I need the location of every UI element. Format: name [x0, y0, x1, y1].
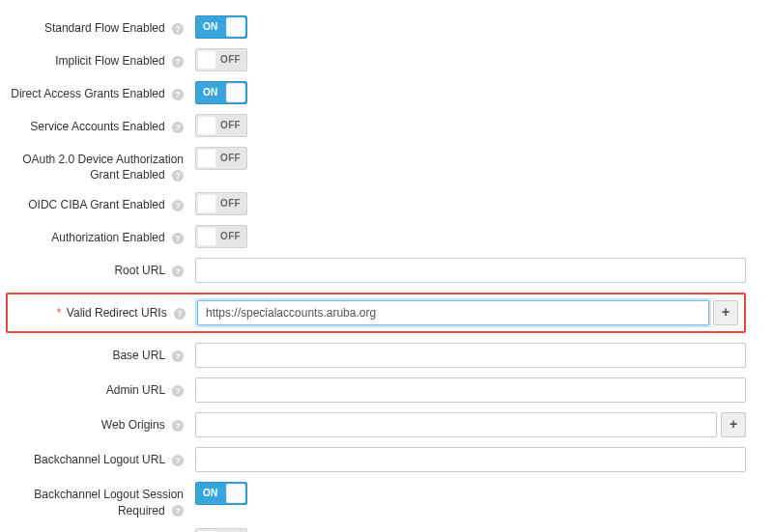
toggle-knob [226, 17, 245, 37]
input-valid-redirect[interactable] [197, 300, 709, 325]
toggle-label: OFF [220, 115, 241, 136]
highlight-valid-redirect: * Valid Redirect URIs ? + [6, 293, 746, 333]
help-icon[interactable]: ? [172, 385, 184, 397]
help-icon[interactable]: ? [172, 420, 184, 432]
toggle-oauth-device[interactable]: OFF [195, 147, 247, 170]
label-text: Admin URL [106, 383, 165, 397]
row-web-origins: Web Origins ? + [10, 412, 746, 437]
row-backchannel-revoke: Backchannel Logout Revoke Offline Sessio… [10, 528, 746, 532]
add-redirect-button[interactable]: + [713, 300, 738, 325]
row-oidc-ciba: OIDC CIBA Grant Enabled ? OFF [10, 192, 746, 215]
input-root-url[interactable] [195, 258, 746, 283]
label-backchannel-url: Backchannel Logout URL ? [10, 447, 195, 467]
toggle-backchannel-session[interactable]: ON [195, 482, 247, 505]
toggle-label: OFF [220, 226, 241, 247]
help-icon[interactable]: ? [172, 56, 184, 68]
control: + [197, 300, 738, 325]
control: ON [195, 482, 746, 505]
help-icon[interactable]: ? [174, 308, 186, 320]
toggle-knob [197, 116, 216, 135]
row-service-accounts: Service Accounts Enabled ? OFF [10, 114, 746, 137]
control: OFF [195, 147, 746, 170]
label-backchannel-revoke: Backchannel Logout Revoke Offline Sessio… [10, 528, 195, 532]
row-root-url: Root URL ? [10, 258, 746, 283]
label-text: Backchannel Logout Session Required [34, 488, 184, 517]
toggle-authorization[interactable]: OFF [195, 225, 247, 248]
toggle-direct-access[interactable]: ON [195, 81, 247, 104]
toggle-knob [197, 50, 216, 70]
toggle-label: OFF [220, 193, 241, 214]
help-icon[interactable]: ? [172, 455, 184, 466]
control: ON [195, 81, 746, 104]
toggle-knob [197, 227, 216, 246]
control: + [195, 412, 746, 437]
help-icon[interactable]: ? [172, 505, 184, 517]
input-web-origins[interactable] [195, 412, 717, 437]
help-icon[interactable]: ? [172, 200, 184, 211]
label-text: OIDC CIBA Grant Enabled [28, 198, 164, 211]
toggle-knob [226, 83, 245, 102]
label-oauth-device: OAuth 2.0 Device Authorization Grant Ena… [10, 147, 195, 182]
toggle-oidc-ciba[interactable]: OFF [195, 192, 247, 215]
help-icon[interactable]: ? [172, 266, 184, 277]
toggle-label: OFF [220, 49, 241, 70]
row-implicit-flow: Implicit Flow Enabled ? OFF [10, 48, 746, 71]
row-admin-url: Admin URL ? [10, 378, 746, 403]
toggle-service-accounts[interactable]: OFF [195, 114, 247, 137]
toggle-knob [197, 194, 216, 213]
toggle-implicit-flow[interactable]: OFF [195, 48, 247, 71]
input-backchannel-url[interactable] [195, 447, 746, 472]
help-icon[interactable]: ? [172, 122, 184, 133]
label-implicit-flow: Implicit Flow Enabled ? [10, 48, 195, 69]
row-standard-flow: Standard Flow Enabled ? ON [10, 15, 746, 39]
label-valid-redirect: * Valid Redirect URIs ? [8, 300, 197, 321]
client-settings-form: Standard Flow Enabled ? ON Implicit Flow… [10, 15, 746, 532]
control: OFF [195, 528, 746, 532]
control: OFF [195, 192, 746, 215]
help-icon[interactable]: ? [172, 350, 184, 362]
help-icon[interactable]: ? [172, 170, 184, 182]
label-standard-flow: Standard Flow Enabled ? [10, 15, 195, 36]
row-direct-access: Direct Access Grants Enabled ? ON [10, 81, 746, 104]
control: ON [195, 15, 746, 39]
label-authorization: Authorization Enabled ? [10, 225, 195, 245]
control: OFF [195, 48, 746, 71]
add-origin-button[interactable]: + [721, 412, 746, 437]
label-service-accounts: Service Accounts Enabled ? [10, 114, 195, 134]
label-text: Standard Flow Enabled [44, 21, 165, 35]
toggle-standard-flow[interactable]: ON [195, 15, 247, 39]
label-text: Authorization Enabled [51, 231, 164, 244]
input-base-url[interactable] [195, 343, 746, 368]
row-valid-redirect: * Valid Redirect URIs ? + [8, 300, 738, 325]
label-backchannel-session: Backchannel Logout Session Required ? [10, 482, 195, 518]
toggle-knob [226, 484, 245, 503]
label-text: Web Origins [101, 418, 165, 432]
label-text: Service Accounts Enabled [30, 120, 164, 133]
required-star: * [57, 306, 62, 320]
plus-icon: + [722, 304, 730, 320]
input-admin-url[interactable] [195, 378, 746, 403]
label-text: Implicit Flow Enabled [55, 54, 164, 68]
toggle-label: OFF [220, 148, 241, 169]
help-icon[interactable]: ? [172, 233, 184, 244]
row-oauth-device: OAuth 2.0 Device Authorization Grant Ena… [10, 147, 746, 182]
plus-icon: + [730, 416, 737, 432]
toggle-label: ON [203, 16, 218, 38]
label-text: OAuth 2.0 Device Authorization Grant Ena… [22, 153, 184, 182]
toggle-knob [197, 149, 216, 168]
label-text: Valid Redirect URIs [67, 306, 167, 320]
label-text: Direct Access Grants Enabled [11, 87, 164, 100]
label-oidc-ciba: OIDC CIBA Grant Enabled ? [10, 192, 195, 212]
help-icon[interactable]: ? [172, 89, 184, 100]
control [195, 258, 746, 283]
label-web-origins: Web Origins ? [10, 412, 195, 433]
control: OFF [195, 225, 746, 248]
toggle-backchannel-revoke[interactable]: OFF [195, 528, 247, 532]
control: OFF [195, 114, 746, 137]
label-text: Backchannel Logout URL [34, 453, 165, 466]
toggle-label: ON [203, 483, 218, 504]
label-admin-url: Admin URL ? [10, 378, 195, 398]
row-base-url: Base URL ? [10, 343, 746, 368]
row-backchannel-url: Backchannel Logout URL ? [10, 447, 746, 472]
help-icon[interactable]: ? [172, 23, 184, 35]
